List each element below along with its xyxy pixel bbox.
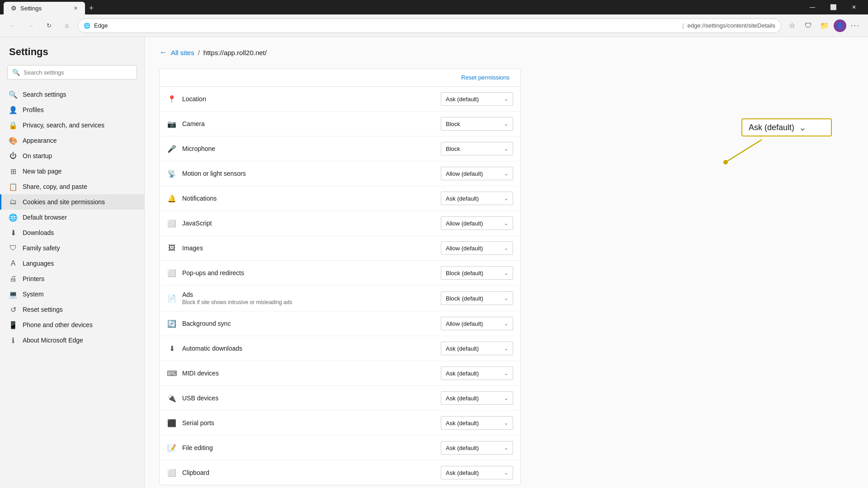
breadcrumb-back-button[interactable]: ←	[159, 48, 167, 57]
shield-button[interactable]: 🛡	[801, 19, 816, 33]
permission-dropdown-3[interactable]: Allow (default) ⌄	[441, 167, 513, 180]
globe-icon: 🌐	[84, 23, 90, 29]
permission-row-automatic-downloads: ⬇ Automatic downloads Ask (default) ⌄	[160, 336, 520, 361]
refresh-icon: ↻	[47, 22, 52, 29]
permission-dropdown-12[interactable]: Ask (default) ⌄	[441, 391, 513, 405]
permission-value-13: Ask (default)	[446, 420, 479, 427]
sidebar-item-reset-settings[interactable]: ↺ Reset settings	[0, 302, 144, 317]
permission-row-location: 📍 Location Ask (default) ⌄	[160, 87, 520, 112]
sidebar-item-label-16: About Microsoft Edge	[23, 337, 83, 344]
close-tab-icon[interactable]: ✕	[74, 5, 78, 11]
address-bar[interactable]: 🌐 Edge | edge://settings/content/siteDet…	[78, 19, 781, 33]
permission-dropdown-4[interactable]: Ask (default) ⌄	[441, 192, 513, 205]
settings-tab[interactable]: ⚙ Settings ✕	[4, 2, 85, 14]
permission-dropdown-5[interactable]: Allow (default) ⌄	[441, 216, 513, 230]
search-box[interactable]: 🔍	[7, 65, 137, 80]
permission-row-microphone: 🎤 Microphone Block ⌄	[160, 136, 520, 161]
permission-row-background-sync: 🔄 Background sync Allow (default) ⌄	[160, 311, 520, 336]
search-input[interactable]	[24, 69, 132, 76]
sidebar-item-printers[interactable]: 🖨 Printers	[0, 271, 144, 286]
permission-dropdown-1[interactable]: Block ⌄	[441, 117, 513, 131]
permission-name-13: Serial ports	[182, 419, 435, 427]
sidebar-item-label-10: Family safety	[23, 244, 60, 252]
sidebar: Settings 🔍 🔍 Search settings 👤 Profiles …	[0, 37, 145, 488]
nav-tools: ☆ 🛡 📁 👤 ···	[785, 19, 863, 33]
sidebar-item-appearance[interactable]: 🎨 Appearance	[0, 133, 144, 148]
permission-value-8: Block (default)	[446, 295, 483, 302]
sidebar-item-on-startup[interactable]: ⏻ On startup	[0, 148, 144, 164]
sidebar-item-cookies-and-site-permissions[interactable]: 🗂 Cookies and site permissions	[0, 194, 144, 210]
sidebar-icon-5: ⊞	[9, 167, 17, 175]
sidebar-item-languages[interactable]: A Languages	[0, 256, 144, 271]
permission-info-4: Notifications	[182, 195, 435, 202]
permission-dropdown-7[interactable]: Block (default) ⌄	[441, 266, 513, 280]
sidebar-item-privacy-search-and-services[interactable]: 🔒 Privacy, search, and services	[0, 117, 144, 133]
permission-icon-12: 🔌	[167, 393, 177, 403]
sidebar-item-label-2: Privacy, search, and services	[23, 122, 104, 129]
sidebar-item-family-safety[interactable]: 🛡 Family safety	[0, 240, 144, 256]
sidebar-item-phone-and-other-devices[interactable]: 📱 Phone and other devices	[0, 317, 144, 333]
permission-dropdown-14[interactable]: Ask (default) ⌄	[441, 441, 513, 455]
sidebar-icon-16: ℹ	[9, 336, 17, 344]
sidebar-item-default-browser[interactable]: 🌐 Default browser	[0, 210, 144, 225]
breadcrumb-separator: /	[198, 49, 200, 56]
browser-name: Edge	[94, 22, 679, 29]
profile-button[interactable]: 👤	[834, 19, 846, 32]
sidebar-item-downloads[interactable]: ⬇ Downloads	[0, 225, 144, 240]
permission-info-5: JavaScript	[182, 220, 435, 227]
forward-button[interactable]: →	[24, 19, 38, 33]
permission-info-7: Pop-ups and redirects	[182, 269, 435, 277]
chevron-down-icon-8: ⌄	[504, 296, 508, 301]
chevron-down-icon-3: ⌄	[504, 171, 508, 177]
permission-dropdown-10[interactable]: Ask (default) ⌄	[441, 342, 513, 355]
window-controls: — ⬜ ✕	[802, 0, 864, 14]
close-button[interactable]: ✕	[844, 0, 864, 14]
sidebar-item-label-13: System	[23, 291, 44, 298]
permission-row-usb-devices: 🔌 USB devices Ask (default) ⌄	[160, 386, 520, 411]
permission-dropdown-2[interactable]: Block ⌄	[441, 142, 513, 155]
callout-chevron-icon: ⌄	[799, 122, 807, 133]
permission-icon-7: ⬜	[167, 268, 177, 278]
new-tab-button[interactable]: +	[85, 2, 98, 14]
permission-dropdown-0[interactable]: Ask (default) ⌄	[441, 92, 513, 106]
collections-button[interactable]: 📁	[817, 19, 832, 33]
maximize-button[interactable]: ⬜	[823, 0, 844, 14]
refresh-button[interactable]: ↻	[42, 19, 56, 33]
favorites-button[interactable]: ☆	[785, 19, 799, 33]
minimize-button[interactable]: —	[802, 0, 823, 14]
permission-dropdown-11[interactable]: Ask (default) ⌄	[441, 366, 513, 380]
permission-row-clipboard: ⬜ Clipboard Ask (default) ⌄	[160, 460, 520, 485]
reset-permissions-button[interactable]: Reset permissions	[458, 72, 513, 83]
sidebar-item-label-0: Search settings	[23, 91, 66, 98]
sidebar-item-share-copy-and-paste[interactable]: 📋 Share, copy, and paste	[0, 179, 144, 194]
svg-point-1	[723, 160, 728, 164]
home-button[interactable]: ⌂	[60, 19, 74, 33]
permission-dropdown-15[interactable]: Ask (default) ⌄	[441, 466, 513, 479]
permission-dropdown-6[interactable]: Allow (default) ⌄	[441, 241, 513, 255]
sidebar-icon-0: 🔍	[9, 90, 17, 99]
sidebar-item-system[interactable]: 💻 System	[0, 286, 144, 302]
back-button[interactable]: ←	[5, 19, 20, 33]
permission-dropdown-9[interactable]: Allow (default) ⌄	[441, 317, 513, 330]
breadcrumb-link[interactable]: All sites	[171, 49, 194, 56]
more-button[interactable]: ···	[848, 19, 863, 33]
permission-row-notifications: 🔔 Notifications Ask (default) ⌄	[160, 186, 520, 211]
permission-name-3: Motion or light sensors	[182, 170, 435, 177]
sidebar-item-about-microsoft-edge[interactable]: ℹ About Microsoft Edge	[0, 333, 144, 348]
chevron-down-icon-1: ⌄	[504, 121, 508, 127]
sidebar-item-new-tab-page[interactable]: ⊞ New tab page	[0, 164, 144, 179]
permission-row-serial-ports: ⬛ Serial ports Ask (default) ⌄	[160, 411, 520, 436]
chevron-down-icon-9: ⌄	[504, 321, 508, 327]
permission-value-9: Allow (default)	[446, 320, 483, 327]
permission-name-7: Pop-ups and redirects	[182, 269, 435, 277]
breadcrumb: ← All sites / https://app.roll20.net/	[159, 48, 854, 57]
sidebar-item-profiles[interactable]: 👤 Profiles	[0, 102, 144, 117]
sidebar-item-search-settings[interactable]: 🔍 Search settings	[0, 87, 144, 102]
star-icon: ☆	[789, 21, 795, 30]
permission-info-8: Ads Block if site shows intrusive or mis…	[182, 291, 435, 305]
permission-dropdown-13[interactable]: Ask (default) ⌄	[441, 416, 513, 430]
permission-value-0: Ask (default)	[446, 96, 479, 103]
sidebar-item-label-12: Printers	[23, 275, 44, 282]
permission-dropdown-8[interactable]: Block (default) ⌄	[441, 291, 513, 305]
sidebar-item-label-9: Downloads	[23, 229, 54, 236]
